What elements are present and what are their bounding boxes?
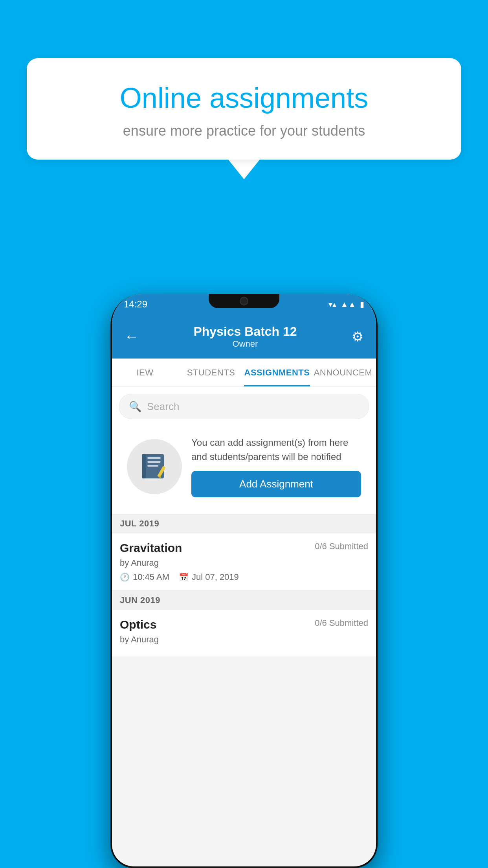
phone-notch <box>209 294 279 308</box>
clock-icon: 🕐 <box>120 572 130 582</box>
add-assignment-button[interactable]: Add Assignment <box>191 471 361 497</box>
svg-rect-1 <box>142 454 146 478</box>
assignment-by-optics: by Anurag <box>120 634 368 645</box>
assignment-top-row: Gravitation 0/6 Submitted <box>120 541 368 555</box>
assignment-title-optics: Optics <box>120 618 156 631</box>
svg-rect-4 <box>147 465 158 467</box>
tab-announcements[interactable]: ANNOUNCEM <box>310 359 376 386</box>
front-camera <box>240 297 248 305</box>
tab-assignments[interactable]: ASSIGNMENTS <box>244 359 310 386</box>
section-header-jun2019: JUN 2019 <box>112 590 376 610</box>
speech-bubble-arrow <box>228 160 260 179</box>
meta-date-value: Jul 07, 2019 <box>192 572 239 582</box>
svg-rect-2 <box>147 457 161 459</box>
assignment-submitted-optics: 0/6 Submitted <box>315 618 368 628</box>
status-time: 14:29 <box>124 299 147 310</box>
section-header-jul2019: JUL 2019 <box>112 514 376 533</box>
meta-time-value: 10:45 AM <box>133 572 169 582</box>
back-button[interactable]: ← <box>121 325 142 348</box>
meta-date: 📅 Jul 07, 2019 <box>179 572 239 582</box>
battery-icon: ▮ <box>360 300 364 309</box>
speech-bubble: Online assignments ensure more practice … <box>27 58 461 160</box>
phone-screen: 14:29 ▾▴ ▲▲ ▮ ← Physics Batch 12 Owner ⚙… <box>112 294 376 866</box>
assignment-item-gravitation[interactable]: Gravitation 0/6 Submitted by Anurag 🕐 10… <box>112 533 376 590</box>
promo-box: You can add assignment(s) from here and … <box>119 426 369 507</box>
wifi-icon: ▾▴ <box>328 300 336 309</box>
app-bar-subtitle: Owner <box>193 339 297 349</box>
meta-time: 🕐 10:45 AM <box>120 572 169 582</box>
promo-description: You can add assignment(s) from here and … <box>191 436 361 464</box>
tab-students[interactable]: STUDENTS <box>178 359 244 386</box>
promo-icon-circle <box>127 439 182 494</box>
speech-bubble-title: Online assignments <box>50 81 438 115</box>
signal-icon: ▲▲ <box>340 300 356 309</box>
svg-rect-3 <box>147 461 161 463</box>
tab-bar: IEW STUDENTS ASSIGNMENTS ANNOUNCEM <box>112 359 376 387</box>
screen-content: 🔍 Search <box>112 387 376 657</box>
speech-bubble-container: Online assignments ensure more practice … <box>27 58 461 179</box>
settings-icon[interactable]: ⚙ <box>349 326 367 348</box>
assignment-title: Gravitation <box>120 541 182 555</box>
assignment-top-row-optics: Optics 0/6 Submitted <box>120 618 368 631</box>
assignment-by: by Anurag <box>120 558 368 568</box>
speech-bubble-subtitle: ensure more practice for your students <box>50 123 438 139</box>
app-bar-center: Physics Batch 12 Owner <box>193 324 297 349</box>
notebook-icon <box>139 451 170 482</box>
assignment-meta: 🕐 10:45 AM 📅 Jul 07, 2019 <box>120 572 368 582</box>
search-bar[interactable]: 🔍 Search <box>119 394 369 419</box>
search-icon: 🔍 <box>129 401 141 413</box>
tab-iew[interactable]: IEW <box>112 359 178 386</box>
status-icons: ▾▴ ▲▲ ▮ <box>328 300 364 309</box>
app-bar: ← Physics Batch 12 Owner ⚙ <box>112 314 376 359</box>
assignment-submitted: 0/6 Submitted <box>315 541 368 552</box>
calendar-icon: 📅 <box>179 572 189 582</box>
promo-text-area: You can add assignment(s) from here and … <box>191 436 361 497</box>
phone-frame: 14:29 ▾▴ ▲▲ ▮ ← Physics Batch 12 Owner ⚙… <box>110 294 378 868</box>
app-bar-title: Physics Batch 12 <box>193 324 297 339</box>
search-placeholder: Search <box>147 401 179 413</box>
assignment-item-optics[interactable]: Optics 0/6 Submitted by Anurag <box>112 610 376 657</box>
